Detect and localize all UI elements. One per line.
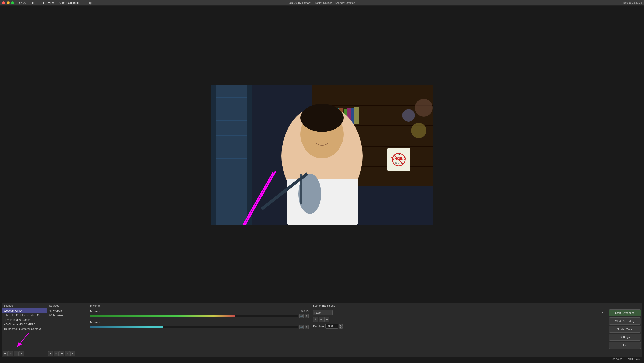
menu-view[interactable]: View (48, 1, 54, 5)
mixer-header: Mixer (88, 303, 311, 308)
add-transition-button[interactable]: + (313, 317, 318, 322)
exit-button[interactable]: Exit (609, 342, 641, 349)
remove-source-button[interactable]: − (54, 351, 59, 356)
up-icon: ▲ (15, 353, 17, 355)
svg-line-50 (17, 333, 29, 347)
traffic-lights (2, 1, 14, 4)
mixer-ch2-row: 🔊 ⚙ (90, 325, 309, 329)
transitions-label: Scene Transitions (313, 304, 335, 307)
add-scene-button[interactable]: + (3, 351, 8, 356)
mixer-ch1-icons: 🔊 ⚙ (299, 314, 309, 318)
mixer-ch2-bar (90, 326, 163, 328)
menu-file[interactable]: File (30, 1, 34, 5)
status-bar: 00:00:00 CPU: 1.6% (2, 357, 642, 362)
duration-decrement-button[interactable]: ▼ (339, 326, 343, 329)
menu-help[interactable]: Help (85, 1, 92, 5)
mixer-ch2-mute-button[interactable]: 🔊 (299, 325, 304, 329)
mixer-settings-icon[interactable] (98, 304, 100, 307)
mixer-ch2-bar-container (90, 326, 298, 328)
mixer-ch1-db: 0.0 dB (301, 310, 309, 313)
scene-item-hd-cinema-cam[interactable]: HD Cinema w Camera (2, 317, 47, 322)
close-button[interactable] (2, 1, 5, 4)
add-icon: + (4, 352, 6, 355)
bottom-section: Scenes Sources Mixer Scene Transitions W… (2, 303, 642, 357)
transition-select-wrapper: Fade Cut Swipe Slide Fade to Color ▼ (313, 310, 605, 315)
main-window: NO WHINING IN MLM (2, 7, 642, 362)
start-streaming-button[interactable]: Start Streaming (609, 309, 641, 316)
video-background: NO WHINING IN MLM (211, 85, 433, 225)
scene-item-webcam-only[interactable]: Webcam ONLY (2, 308, 47, 313)
svg-point-44 (415, 99, 433, 117)
source-micaux-label: Mic/Aux (53, 314, 63, 317)
mixer-ch2-label: Mic/Aux (90, 321, 100, 324)
scenes-label: Scenes (4, 304, 13, 307)
system-time: Sep 19 16:57:26 (623, 1, 642, 4)
move-source-down-button[interactable]: ▼ (70, 351, 75, 356)
remove-transition-icon: − (320, 318, 322, 321)
minimize-button[interactable] (7, 1, 10, 4)
remove-icon: − (10, 352, 11, 355)
scene-item-thunderbolt[interactable]: Thunderbolt Center w Camera (2, 327, 47, 331)
settings-button[interactable]: Settings (609, 334, 641, 341)
scenes-arrow (2, 331, 47, 350)
svg-point-19 (300, 104, 344, 132)
source-eye-webcam[interactable] (49, 310, 52, 312)
svg-rect-20 (287, 179, 358, 225)
maximize-button[interactable] (11, 1, 14, 4)
duration-label: Duration (313, 325, 324, 328)
menu-bar: OBS File Edit View Scene Collection Help (19, 1, 92, 5)
panel-content: Webcam ONLY SIMULTCAST Thunderb… Center … (2, 308, 642, 357)
speaker-icon: 🔊 (300, 315, 303, 317)
menu-scene-collection[interactable]: Scene Collection (58, 1, 81, 5)
source-item-webcam[interactable]: Webcam (47, 308, 88, 313)
transition-cog-icon: ⚙ (326, 318, 328, 321)
mixer-ch1-mute-button[interactable]: 🔊 (299, 314, 304, 318)
sources-toolbar: + − ⚙ ▲ ▼ (47, 350, 88, 357)
mixer-ch2-settings-button[interactable]: ⚙ (305, 325, 309, 329)
duration-increment-button[interactable]: ▲ (339, 324, 343, 326)
mixer-ch2-icons: 🔊 ⚙ (299, 325, 309, 329)
svg-rect-16 (354, 107, 359, 124)
sources-header: Sources (47, 303, 88, 308)
mixer-ch1-settings-button[interactable]: ⚙ (305, 314, 309, 318)
transition-toolbar: + − ⚙ (313, 317, 605, 322)
source-down-icon: ▼ (72, 353, 74, 355)
transition-settings-button[interactable]: ⚙ (324, 317, 329, 322)
svg-point-42 (411, 123, 426, 138)
source-webcam-label: Webcam (53, 309, 64, 312)
mixer-ch2-cog-icon: ⚙ (306, 326, 308, 328)
scene-item-hd-cinema-nocam[interactable]: HD Cinema NO CAMERA (2, 322, 47, 327)
preview-area: NO WHINING IN MLM (2, 7, 642, 303)
scenes-header: Scenes (2, 303, 47, 308)
source-settings-button[interactable]: ⚙ (59, 351, 64, 356)
menu-edit[interactable]: Edit (39, 1, 44, 5)
svg-rect-25 (216, 85, 247, 225)
source-eye-micaux[interactable] (49, 314, 52, 316)
start-recording-button[interactable]: Start Recording (609, 317, 641, 325)
remove-transition-button[interactable]: − (319, 317, 324, 322)
title-bar-right: Sep 19 16:57:26 (623, 1, 642, 4)
move-scene-up-button[interactable]: ▲ (14, 351, 19, 356)
scenes-panel: Webcam ONLY SIMULTCAST Thunderb… Center … (2, 308, 47, 357)
transition-type-select[interactable]: Fade Cut Swipe Slide Fade to Color (313, 310, 333, 315)
studio-mode-button[interactable]: Studio Mode (609, 326, 641, 333)
add-source-button[interactable]: + (48, 351, 53, 356)
source-item-micaux[interactable]: Mic/Aux (47, 313, 88, 317)
window-title: OBS 0.15.1 (mac) - Profile: Untitled - S… (289, 1, 355, 4)
mixer-channel-1: Mic/Aux 0.0 dB 🔊 ⚙ (88, 308, 311, 319)
move-scene-down-button[interactable]: ▼ (19, 351, 24, 356)
scene-item-simultcast[interactable]: SIMULTCAST Thunderb… Center NO CA (2, 313, 47, 317)
transitions-panel: Fade Cut Swipe Slide Fade to Color ▼ + (311, 308, 607, 357)
mixer-ch1-bar-container (90, 315, 298, 317)
add-transition-icon: + (315, 318, 316, 321)
move-source-up-button[interactable]: ▲ (65, 351, 70, 356)
scenes-toolbar: + − ▲ ▼ (2, 350, 47, 357)
duration-row: Duration ▲ ▼ (313, 324, 605, 329)
down-icon: ▼ (21, 353, 23, 355)
source-up-icon: ▲ (67, 353, 68, 355)
menu-obs[interactable]: OBS (19, 1, 26, 5)
remove-scene-button[interactable]: − (8, 351, 13, 356)
duration-input[interactable] (325, 324, 338, 329)
mixer-ch1-label: Mic/Aux (90, 310, 100, 313)
mixer-ch1-cog-icon: ⚙ (306, 315, 308, 317)
